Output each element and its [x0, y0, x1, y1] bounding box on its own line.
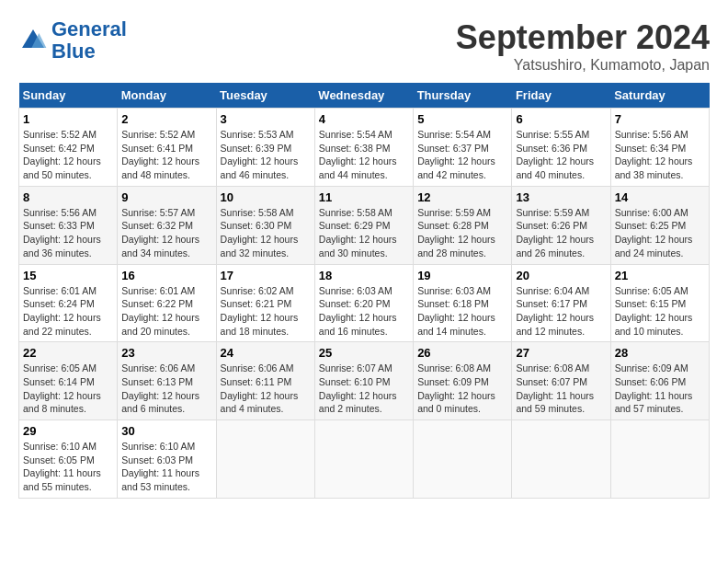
- calendar-week-row: 1Sunrise: 5:52 AMSunset: 6:42 PMDaylight…: [19, 109, 710, 187]
- day-info: Sunrise: 6:07 AMSunset: 6:10 PMDaylight:…: [319, 362, 409, 416]
- location-title: Yatsushiro, Kumamoto, Japan: [456, 57, 710, 74]
- day-info: Sunrise: 6:04 AMSunset: 6:17 PMDaylight:…: [516, 284, 606, 339]
- logo-text: General Blue: [51, 18, 127, 63]
- calendar-day-cell: 12Sunrise: 5:59 AMSunset: 6:28 PMDayligh…: [414, 186, 512, 264]
- day-info: Sunrise: 5:53 AMSunset: 6:39 PMDaylight:…: [221, 128, 311, 182]
- title-section: September 2024 Yatsushiro, Kumamoto, Jap…: [456, 18, 710, 74]
- day-info: Sunrise: 5:59 AMSunset: 6:28 PMDaylight:…: [417, 206, 507, 260]
- calendar-day-cell: 8Sunrise: 5:56 AMSunset: 6:33 PMDaylight…: [19, 186, 118, 264]
- calendar-day-cell: [610, 420, 709, 499]
- calendar-day-cell: 23Sunrise: 6:06 AMSunset: 6:13 PMDayligh…: [118, 342, 216, 420]
- day-number: 3: [221, 112, 311, 126]
- logo-icon: [18, 26, 48, 55]
- day-info: Sunrise: 6:10 AMSunset: 6:03 PMDaylight:…: [121, 440, 211, 494]
- col-sunday: Sunday: [19, 83, 118, 109]
- calendar-day-cell: 28Sunrise: 6:09 AMSunset: 6:06 PMDayligh…: [610, 342, 709, 420]
- col-wednesday: Wednesday: [314, 83, 413, 109]
- day-number: 4: [319, 112, 409, 126]
- calendar-day-cell: 2Sunrise: 5:52 AMSunset: 6:41 PMDaylight…: [118, 109, 216, 187]
- col-saturday: Saturday: [610, 83, 709, 109]
- day-info: Sunrise: 5:52 AMSunset: 6:42 PMDaylight:…: [23, 128, 113, 182]
- day-number: 23: [121, 346, 211, 360]
- calendar-day-cell: 5Sunrise: 5:54 AMSunset: 6:37 PMDaylight…: [414, 109, 512, 187]
- calendar-day-cell: [314, 420, 413, 499]
- day-info: Sunrise: 6:05 AMSunset: 6:14 PMDaylight:…: [23, 362, 113, 416]
- day-number: 24: [221, 346, 311, 360]
- day-number: 30: [121, 424, 211, 438]
- day-number: 8: [23, 190, 113, 204]
- day-info: Sunrise: 5:54 AMSunset: 6:38 PMDaylight:…: [319, 128, 409, 182]
- day-number: 11: [319, 190, 409, 204]
- day-info: Sunrise: 6:01 AMSunset: 6:22 PMDaylight:…: [121, 284, 211, 339]
- day-info: Sunrise: 5:57 AMSunset: 6:32 PMDaylight:…: [121, 206, 211, 260]
- day-number: 5: [417, 112, 507, 126]
- day-number: 20: [516, 269, 606, 282]
- day-number: 2: [121, 112, 211, 126]
- day-number: 1: [23, 112, 113, 126]
- day-number: 10: [221, 190, 311, 204]
- day-info: Sunrise: 6:01 AMSunset: 6:24 PMDaylight:…: [23, 284, 113, 339]
- day-number: 15: [23, 269, 113, 282]
- col-thursday: Thursday: [414, 83, 512, 109]
- calendar-day-cell: 29Sunrise: 6:10 AMSunset: 6:05 PMDayligh…: [19, 420, 118, 499]
- calendar-day-cell: 25Sunrise: 6:07 AMSunset: 6:10 PMDayligh…: [314, 342, 413, 420]
- day-info: Sunrise: 5:54 AMSunset: 6:37 PMDaylight:…: [417, 128, 507, 182]
- day-info: Sunrise: 5:58 AMSunset: 6:30 PMDaylight:…: [221, 206, 311, 260]
- day-info: Sunrise: 6:08 AMSunset: 6:09 PMDaylight:…: [417, 362, 507, 416]
- calendar-day-cell: 20Sunrise: 6:04 AMSunset: 6:17 PMDayligh…: [512, 264, 610, 342]
- calendar-day-cell: [216, 420, 314, 499]
- calendar-body: 1Sunrise: 5:52 AMSunset: 6:42 PMDaylight…: [19, 109, 710, 499]
- day-number: 17: [221, 269, 311, 282]
- calendar-day-cell: 22Sunrise: 6:05 AMSunset: 6:14 PMDayligh…: [19, 342, 118, 420]
- day-number: 19: [417, 269, 507, 282]
- day-number: 9: [121, 190, 211, 204]
- calendar-header-row: Sunday Monday Tuesday Wednesday Thursday…: [19, 83, 710, 109]
- day-info: Sunrise: 5:58 AMSunset: 6:29 PMDaylight:…: [319, 206, 409, 260]
- col-monday: Monday: [118, 83, 216, 109]
- day-number: 22: [23, 346, 113, 360]
- calendar-day-cell: 9Sunrise: 5:57 AMSunset: 6:32 PMDaylight…: [118, 186, 216, 264]
- calendar-day-cell: 27Sunrise: 6:08 AMSunset: 6:07 PMDayligh…: [512, 342, 610, 420]
- day-info: Sunrise: 6:03 AMSunset: 6:20 PMDaylight:…: [319, 284, 409, 339]
- month-title: September 2024: [456, 18, 710, 57]
- calendar-week-row: 29Sunrise: 6:10 AMSunset: 6:05 PMDayligh…: [19, 420, 710, 499]
- day-info: Sunrise: 6:00 AMSunset: 6:25 PMDaylight:…: [615, 206, 705, 260]
- logo-line2: Blue: [51, 40, 96, 63]
- calendar-week-row: 15Sunrise: 6:01 AMSunset: 6:24 PMDayligh…: [19, 264, 710, 342]
- day-number: 28: [615, 346, 705, 360]
- page-header: General Blue September 2024 Yatsushiro, …: [18, 18, 710, 74]
- day-info: Sunrise: 6:05 AMSunset: 6:15 PMDaylight:…: [615, 284, 705, 339]
- day-number: 21: [615, 269, 705, 282]
- day-info: Sunrise: 6:02 AMSunset: 6:21 PMDaylight:…: [221, 284, 311, 339]
- calendar-day-cell: 7Sunrise: 5:56 AMSunset: 6:34 PMDaylight…: [610, 109, 709, 187]
- day-number: 16: [121, 269, 211, 282]
- calendar-day-cell: 3Sunrise: 5:53 AMSunset: 6:39 PMDaylight…: [216, 109, 314, 187]
- calendar-week-row: 22Sunrise: 6:05 AMSunset: 6:14 PMDayligh…: [19, 342, 710, 420]
- day-number: 13: [516, 190, 606, 204]
- day-number: 29: [23, 424, 113, 438]
- calendar-day-cell: 30Sunrise: 6:10 AMSunset: 6:03 PMDayligh…: [118, 420, 216, 499]
- calendar-week-row: 8Sunrise: 5:56 AMSunset: 6:33 PMDaylight…: [19, 186, 710, 264]
- day-info: Sunrise: 5:59 AMSunset: 6:26 PMDaylight:…: [516, 206, 606, 260]
- day-info: Sunrise: 6:06 AMSunset: 6:11 PMDaylight:…: [221, 362, 311, 416]
- calendar-day-cell: 26Sunrise: 6:08 AMSunset: 6:09 PMDayligh…: [414, 342, 512, 420]
- logo: General Blue: [18, 18, 127, 63]
- calendar-day-cell: 21Sunrise: 6:05 AMSunset: 6:15 PMDayligh…: [610, 264, 709, 342]
- calendar-day-cell: 17Sunrise: 6:02 AMSunset: 6:21 PMDayligh…: [216, 264, 314, 342]
- day-info: Sunrise: 6:10 AMSunset: 6:05 PMDaylight:…: [23, 440, 113, 494]
- calendar-table: Sunday Monday Tuesday Wednesday Thursday…: [18, 83, 710, 499]
- calendar-day-cell: 10Sunrise: 5:58 AMSunset: 6:30 PMDayligh…: [216, 186, 314, 264]
- calendar-day-cell: 15Sunrise: 6:01 AMSunset: 6:24 PMDayligh…: [19, 264, 118, 342]
- day-number: 12: [417, 190, 507, 204]
- day-info: Sunrise: 5:56 AMSunset: 6:33 PMDaylight:…: [23, 206, 113, 260]
- calendar-day-cell: 1Sunrise: 5:52 AMSunset: 6:42 PMDaylight…: [19, 109, 118, 187]
- calendar-day-cell: 19Sunrise: 6:03 AMSunset: 6:18 PMDayligh…: [414, 264, 512, 342]
- day-number: 7: [615, 112, 705, 126]
- calendar-day-cell: 24Sunrise: 6:06 AMSunset: 6:11 PMDayligh…: [216, 342, 314, 420]
- day-number: 14: [615, 190, 705, 204]
- day-info: Sunrise: 6:03 AMSunset: 6:18 PMDaylight:…: [417, 284, 507, 339]
- logo-line1: General: [51, 17, 127, 40]
- calendar-day-cell: [414, 420, 512, 499]
- calendar-day-cell: 13Sunrise: 5:59 AMSunset: 6:26 PMDayligh…: [512, 186, 610, 264]
- day-number: 6: [516, 112, 606, 126]
